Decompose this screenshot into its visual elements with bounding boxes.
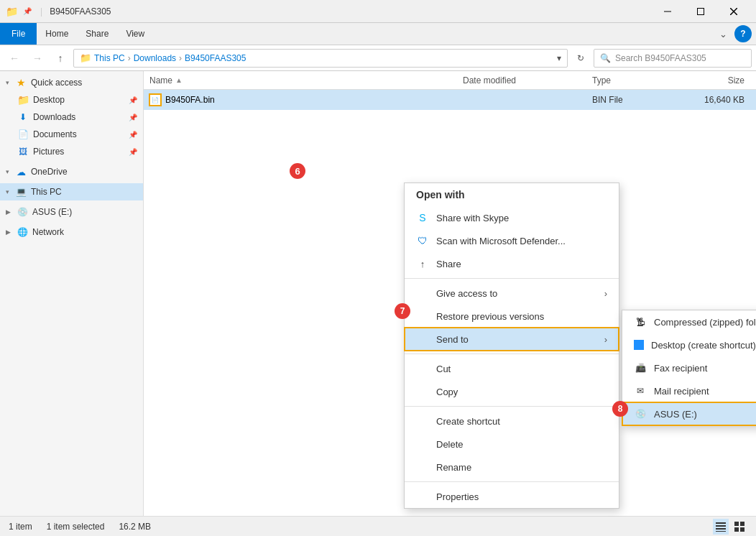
col-size-label: Size — [728, 75, 745, 86]
picture-icon: 🖼 — [17, 146, 29, 157]
tab-view[interactable]: View — [117, 23, 153, 45]
tab-file[interactable]: File — [0, 23, 37, 45]
document-icon: 📄 — [17, 129, 29, 140]
ctx-open-with[interactable]: Open with — [405, 183, 619, 206]
ctx-open-with-label: Open with — [416, 189, 465, 200]
ctx-rename-label: Rename — [436, 462, 471, 473]
ctx-copy[interactable]: Copy — [405, 380, 619, 403]
ctx-properties[interactable]: Properties — [405, 485, 619, 508]
tab-share[interactable]: Share — [77, 23, 117, 45]
step-8-badge: 8 — [612, 401, 628, 417]
maximize-button[interactable] — [684, 0, 717, 23]
quick-access-icon: ★ — [15, 77, 27, 88]
sidebar-section-this-pc[interactable]: ▾ 💻 This PC — [0, 183, 143, 200]
col-header-type[interactable]: Type — [592, 75, 678, 86]
col-header-size[interactable]: Size — [678, 75, 750, 86]
col-header-date[interactable]: Date modified — [463, 75, 592, 86]
col-name-label: Name — [149, 75, 172, 86]
svg-rect-0 — [664, 11, 671, 11]
pin-icon-dl: 📌 — [129, 114, 137, 121]
address-dropdown-icon[interactable]: ▾ — [557, 53, 561, 63]
folder-icon: 📁 — [6, 6, 17, 17]
address-this-pc[interactable]: This PC — [94, 53, 125, 63]
up-button[interactable]: ↑ — [50, 48, 70, 68]
svg-rect-8 — [734, 522, 739, 526]
main-layout: ▾ ★ Quick access 📁 Desktop 📌 ⬇ Downloads… — [0, 71, 756, 517]
svg-rect-6 — [716, 528, 726, 530]
submenu-fax-label: Fax recipient — [654, 363, 707, 374]
forward-button[interactable]: → — [27, 48, 47, 68]
submenu-desktop-shortcut[interactable]: Desktop (create shortcut) — [622, 333, 756, 356]
ctx-copy-label: Copy — [436, 387, 458, 397]
sidebar-item-documents[interactable]: 📄 Documents 📌 — [0, 126, 143, 143]
status-view-buttons — [713, 519, 747, 535]
file-icon: 📄 — [149, 94, 161, 106]
ribbon-expand-button[interactable]: ⌄ — [714, 25, 732, 42]
properties-icon — [416, 490, 429, 503]
svg-rect-7 — [716, 531, 726, 532]
sidebar-item-pictures[interactable]: 🖼 Pictures 📌 — [0, 143, 143, 160]
help-button[interactable]: ? — [734, 25, 752, 42]
refresh-button[interactable]: ↻ — [571, 48, 591, 68]
address-downloads[interactable]: Downloads — [134, 53, 176, 63]
submenu-asus[interactable]: 8 💿 ASUS (E:) — [622, 402, 756, 425]
search-placeholder: Search B9450FAAS305 — [615, 53, 706, 63]
ctx-scan-defender[interactable]: 🛡 Scan with Microsoft Defender... — [405, 229, 619, 252]
ctx-rename[interactable]: Rename — [405, 456, 619, 479]
cut-icon — [416, 362, 429, 375]
expand-icon-pc: ▾ — [6, 188, 9, 195]
address-folder[interactable]: B9450FAAS305 — [185, 53, 246, 63]
drive-icon: 💿 — [17, 206, 28, 218]
sidebar-label-documents: Documents — [33, 129, 77, 139]
pc-icon: 💻 — [15, 186, 27, 198]
ctx-cut-label: Cut — [436, 364, 451, 374]
col-date-label: Date modified — [463, 75, 516, 86]
status-bar: 1 item 1 item selected 16.2 MB — [0, 516, 756, 536]
defender-icon: 🛡 — [416, 234, 429, 247]
ctx-create-shortcut[interactable]: Create shortcut — [405, 410, 619, 433]
ctx-share-skype[interactable]: S Share with Skype — [405, 206, 619, 229]
view-large-icons-button[interactable] — [732, 519, 747, 535]
svg-rect-5 — [716, 525, 726, 527]
sidebar-item-desktop[interactable]: 📁 Desktop 📌 — [0, 91, 143, 108]
tab-home[interactable]: Home — [37, 23, 77, 45]
minimize-button[interactable] — [651, 0, 684, 23]
ctx-scan-defender-label: Scan with Microsoft Defender... — [436, 236, 566, 246]
back-button[interactable]: ← — [4, 48, 24, 68]
ribbon: File Home Share View ⌄ ? — [0, 23, 756, 45]
close-button[interactable] — [717, 0, 750, 23]
sidebar-section-quick-access[interactable]: ▾ ★ Quick access — [0, 74, 143, 91]
sidebar-label-pictures: Pictures — [33, 147, 64, 157]
ctx-give-access[interactable]: Give access to › — [405, 282, 619, 305]
submenu-mail-label: Mail recipient — [654, 386, 709, 397]
svg-rect-1 — [698, 8, 704, 14]
download-icon: ⬇ — [17, 111, 29, 123]
file-row[interactable]: 📄 B9450FA.bin BIN File 16,640 KB — [144, 90, 756, 110]
sidebar-section-asus[interactable]: ▶ 💿 ASUS (E:) — [0, 203, 143, 221]
ctx-cut[interactable]: Cut — [405, 357, 619, 380]
svg-rect-9 — [740, 522, 745, 526]
view-details-button[interactable] — [713, 519, 729, 535]
pin-icon: 📌 — [22, 6, 33, 17]
col-header-name[interactable]: Name ▲ — [149, 75, 463, 86]
sidebar-item-label: Quick access — [31, 78, 82, 88]
submenu-fax[interactable]: 📠 Fax recipient — [622, 356, 756, 379]
context-menu: Open with S Share with Skype 🛡 Scan with… — [404, 182, 619, 509]
search-bar[interactable]: 🔍 Search B9450FAAS305 — [594, 49, 752, 68]
ctx-restore-versions[interactable]: 7 Restore previous versions — [405, 305, 619, 328]
col-type-label: Type — [592, 75, 611, 86]
ctx-send-to[interactable]: Send to › — [405, 328, 619, 351]
sidebar-section-network[interactable]: ▶ 🌐 Network — [0, 223, 143, 241]
ctx-delete[interactable]: Delete — [405, 433, 619, 456]
status-selected: 1 item selected — [47, 522, 105, 532]
svg-rect-11 — [740, 527, 745, 532]
sidebar-section-onedrive[interactable]: ▾ ☁ OneDrive — [0, 163, 143, 180]
submenu-compressed[interactable]: 🗜 Compressed (zipped) folder — [622, 310, 756, 333]
ctx-share[interactable]: ↑ Share — [405, 252, 619, 275]
arrow-send-to: › — [604, 334, 607, 345]
submenu-mail[interactable]: ✉ Mail recipient — [622, 379, 756, 402]
ctx-properties-label: Properties — [436, 491, 479, 502]
svg-rect-4 — [716, 522, 726, 524]
sidebar-item-downloads[interactable]: ⬇ Downloads 📌 — [0, 108, 143, 126]
address-bar[interactable]: 📁 This PC › Downloads › B9450FAAS305 ▾ — [73, 49, 568, 68]
